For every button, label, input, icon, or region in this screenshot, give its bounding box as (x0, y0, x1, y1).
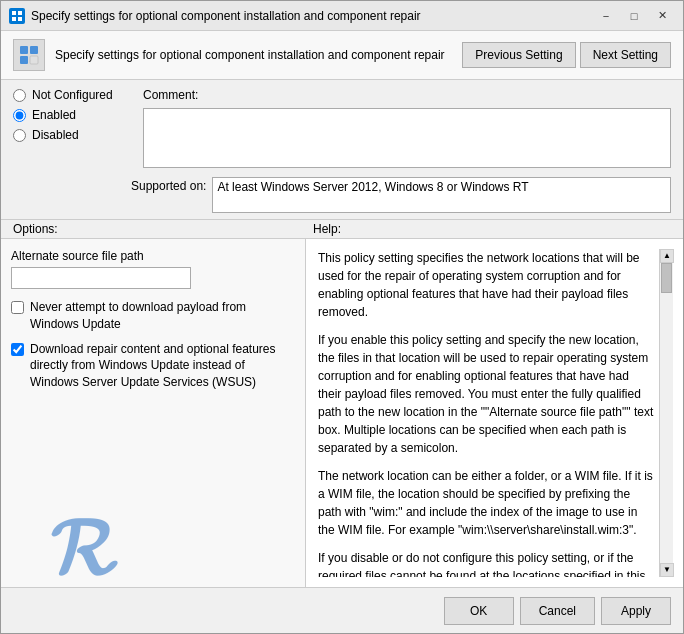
options-panel: Alternate source file path Never attempt… (1, 239, 306, 587)
help-para-3: The network location can be either a fol… (318, 467, 655, 539)
radio-comment-section: Not Configured Enabled Disabled Comment: (1, 80, 683, 175)
header-title: Specify settings for optional component … (55, 48, 452, 62)
window-title: Specify settings for optional component … (31, 9, 593, 23)
supported-box: At least Windows Server 2012, Windows 8 … (212, 177, 671, 213)
close-button[interactable]: ✕ (649, 6, 675, 26)
svg-rect-0 (12, 11, 16, 15)
scroll-track (660, 263, 673, 563)
comment-label: Comment: (143, 88, 671, 102)
svg-rect-2 (12, 17, 16, 21)
section-labels-bar: Options: Help: (1, 219, 683, 238)
scroll-up-button[interactable]: ▲ (660, 249, 674, 263)
enabled-radio[interactable] (13, 109, 26, 122)
not-configured-radio[interactable] (13, 89, 26, 102)
comment-textarea[interactable] (143, 108, 671, 168)
window-controls: − □ ✕ (593, 6, 675, 26)
radio-column: Not Configured Enabled Disabled (13, 88, 143, 142)
minimize-button[interactable]: − (593, 6, 619, 26)
disabled-option[interactable]: Disabled (13, 128, 143, 142)
download-repair-label: Download repair content and optional fea… (30, 341, 295, 391)
help-section-label: Help: (313, 222, 671, 236)
nav-buttons: Previous Setting Next Setting (462, 42, 671, 68)
disabled-radio[interactable] (13, 129, 26, 142)
disabled-label: Disabled (32, 128, 79, 142)
scroll-thumb[interactable] (661, 263, 672, 293)
never-download-label: Never attempt to download payload from W… (30, 299, 295, 333)
main-panels: Alternate source file path Never attempt… (1, 238, 683, 587)
previous-setting-button[interactable]: Previous Setting (462, 42, 575, 68)
alt-source-label: Alternate source file path (11, 249, 295, 263)
footer: OK Cancel Apply (1, 587, 683, 633)
svg-rect-1 (18, 11, 22, 15)
next-setting-button[interactable]: Next Setting (580, 42, 671, 68)
svg-rect-5 (30, 46, 38, 54)
enabled-label: Enabled (32, 108, 76, 122)
svg-rect-6 (20, 56, 28, 64)
options-section-label: Options: (13, 222, 313, 236)
title-bar: Specify settings for optional component … (1, 1, 683, 31)
help-para-4: If you disable or do not configure this … (318, 549, 655, 577)
scroll-down-button[interactable]: ▼ (660, 563, 674, 577)
comment-column: Comment: (143, 88, 671, 171)
header-bar: Specify settings for optional component … (1, 31, 683, 80)
download-repair-item: Download repair content and optional fea… (11, 341, 295, 391)
supported-row: Supported on: At least Windows Server 20… (1, 175, 683, 219)
never-download-checkbox[interactable] (11, 301, 24, 314)
enabled-option[interactable]: Enabled (13, 108, 143, 122)
help-para-2: If you enable this policy setting and sp… (318, 331, 655, 457)
svg-rect-7 (30, 56, 38, 64)
svg-rect-4 (20, 46, 28, 54)
apply-button[interactable]: Apply (601, 597, 671, 625)
maximize-button[interactable]: □ (621, 6, 647, 26)
help-scrollbar[interactable]: ▲ ▼ (659, 249, 673, 577)
help-content: This policy setting specifies the networ… (318, 249, 659, 577)
svg-rect-3 (18, 17, 22, 21)
cancel-button[interactable]: Cancel (520, 597, 595, 625)
policy-icon (13, 39, 45, 71)
supported-label: Supported on: (131, 177, 206, 193)
download-repair-checkbox[interactable] (11, 343, 24, 356)
ok-button[interactable]: OK (444, 597, 514, 625)
help-para-1: This policy setting specifies the networ… (318, 249, 655, 321)
help-panel: This policy setting specifies the networ… (306, 239, 683, 587)
not-configured-option[interactable]: Not Configured (13, 88, 143, 102)
alt-source-input[interactable] (11, 267, 191, 289)
main-window: Specify settings for optional component … (0, 0, 684, 634)
not-configured-label: Not Configured (32, 88, 113, 102)
window-icon (9, 8, 25, 24)
supported-value: At least Windows Server 2012, Windows 8 … (217, 180, 528, 194)
never-download-item: Never attempt to download payload from W… (11, 299, 295, 333)
